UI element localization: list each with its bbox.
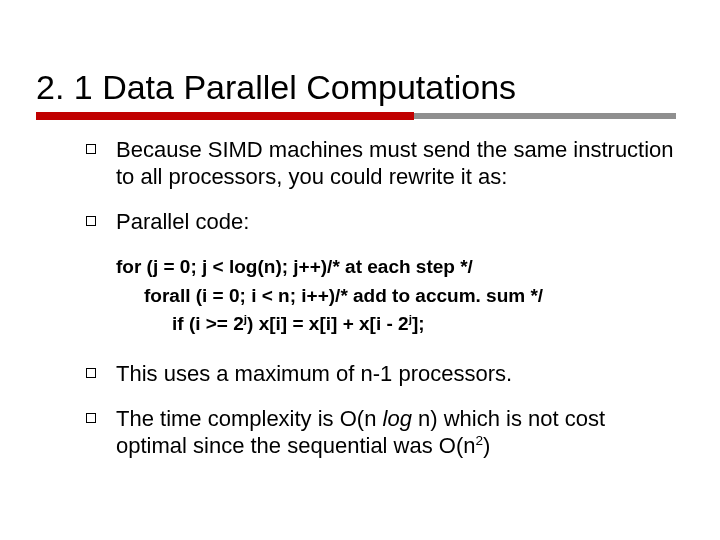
code-line-3-mid: ) x[i] = x[i] + x[i - 2: [247, 313, 409, 334]
complexity-post: ): [483, 433, 490, 458]
bullet-intro: Because SIMD machines must send the same…: [86, 137, 676, 191]
bullet-processors: This uses a maximum of n-1 processors.: [86, 361, 676, 388]
complexity-pre: The time complexity is O(n: [116, 406, 383, 431]
rule-red: [36, 112, 414, 120]
code-line-3-pre: if (i >= 2: [172, 313, 244, 334]
code-line-3-post: ];: [412, 313, 425, 334]
content-area: Because SIMD machines must send the same…: [36, 137, 676, 459]
code-line-3: if (i >= 2j) x[i] = x[i] + x[i - 2j];: [116, 310, 676, 339]
title-underline: [36, 113, 676, 119]
code-block: for (j = 0; j < log(n); j++)/* at each s…: [116, 253, 676, 339]
code-line-2: forall (i = 0; i < n; i++)/* add to accu…: [116, 282, 676, 311]
bullet-list-1: Because SIMD machines must send the same…: [86, 137, 676, 235]
bullet-complexity: The time complexity is O(n log n) which …: [86, 406, 676, 460]
bullet-parallel-code: Parallel code:: [86, 209, 676, 236]
slide: 2. 1 Data Parallel Computations Because …: [0, 0, 720, 540]
bullet-list-2: This uses a maximum of n-1 processors. T…: [86, 361, 676, 459]
complexity-sup: 2: [476, 432, 484, 447]
slide-title: 2. 1 Data Parallel Computations: [36, 68, 684, 107]
code-line-1: for (j = 0; j < log(n); j++)/* at each s…: [116, 253, 676, 282]
complexity-log: log: [383, 406, 412, 431]
